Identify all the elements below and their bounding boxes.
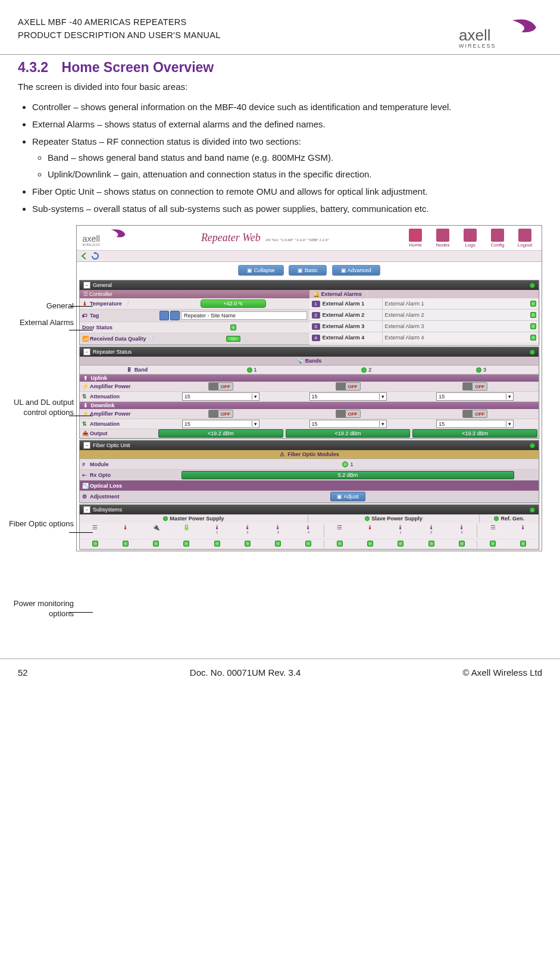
amp-switch[interactable]: OFF — [208, 410, 233, 418]
loss-icon: 📉 — [82, 483, 88, 489]
attenuation-select[interactable]: 15▾ — [182, 420, 259, 428]
attenuation-select[interactable]: 15▾ — [436, 392, 514, 401]
panel-title: Repeater Status — [93, 349, 132, 355]
tag-icon: 🏷 — [82, 313, 88, 319]
controller-icon: ☰ — [83, 291, 89, 297]
rx-icon: ⇠ — [82, 472, 88, 478]
nav-home[interactable]: Home — [402, 229, 428, 248]
sensor-icon: 🌡1 — [214, 524, 221, 531]
subsys-icon-row: ☰ 🌡 🔌 🔋 🌡1 🌡2 🌡3 🌡4 ☰ 🌡 🌡1 🌡2 🌡3 ☰ 🌡 — [80, 523, 539, 538]
refresh-icon[interactable] — [91, 252, 99, 260]
dropdown-arrow-icon: ▾ — [506, 421, 511, 427]
bullet-item: External Alarms – shows status of extern… — [32, 117, 542, 131]
callout-power: Power monitoring options — [0, 599, 74, 619]
nav-config[interactable]: Config — [484, 229, 511, 248]
lock-button[interactable] — [159, 311, 169, 320]
collapse-toggle-icon[interactable]: − — [83, 506, 90, 513]
amp-switch[interactable]: OFF — [336, 382, 361, 391]
tag-row: 🏷Tag Repeater - Site Name — [80, 310, 309, 322]
subsys-led-icon — [428, 541, 434, 547]
tag-input[interactable]: Repeater - Site Name — [181, 311, 307, 320]
subsys-led-icon — [275, 541, 281, 547]
uplink-attn-row: ⇅Attenuation 15▾ 15▾ 15▾ — [80, 392, 539, 402]
advanced-button[interactable]: ▣ Advanced — [332, 265, 380, 276]
version-text: sW Ver: "2.0.68" "2.4.0" "MBF 2.2.0" — [265, 238, 329, 242]
bands-icon: 📡 — [297, 358, 303, 364]
band-icon: 🎚 — [127, 367, 133, 373]
collapse-toggle-icon[interactable]: − — [83, 442, 90, 449]
band-led-icon — [247, 367, 252, 373]
ps-led-icon — [163, 516, 168, 521]
config-icon — [491, 229, 504, 242]
basic-button[interactable]: ▣ Basic — [289, 265, 327, 276]
external-alarm-row: 2External Alarm 2External Alarm 2 — [309, 310, 539, 321]
rxopto-value: 5.2 dBm — [182, 471, 514, 479]
collapse-toggle-icon[interactable]: − — [83, 348, 90, 355]
adjust-icon: ⚙ — [82, 494, 88, 500]
home-icon — [409, 229, 422, 242]
signal-icon: 📶 — [82, 336, 88, 342]
back-icon[interactable] — [80, 252, 89, 260]
edit-button[interactable] — [170, 311, 180, 320]
brand-logo: axell WIRELESS — [80, 227, 128, 249]
band-row: 🎚Band 1 2 3 — [80, 366, 539, 374]
band-led-icon — [476, 367, 481, 373]
help-icon[interactable]: ❔ — [124, 301, 130, 307]
attenuation-select[interactable]: 15▾ — [182, 392, 259, 401]
panel-header-repeater[interactable]: − Repeater Status — [80, 347, 539, 357]
controller-heading: ☰ Controller — [80, 290, 309, 298]
amp-switch[interactable]: OFF — [462, 410, 487, 418]
subsys-led-icon — [305, 541, 311, 547]
amp-icon: ⚡ — [82, 383, 88, 389]
panel-header-subsystems[interactable]: − Subsystems — [80, 505, 539, 514]
collapse-button[interactable]: ▣ Collapse — [238, 265, 284, 276]
help-icon[interactable]: ❔ — [148, 336, 155, 342]
svg-text:WIRELESS: WIRELESS — [83, 244, 101, 246]
collapse-toggle-icon[interactable]: − — [83, 282, 90, 289]
amp-switch[interactable]: OFF — [462, 382, 487, 391]
subsys-led-icon — [153, 541, 159, 547]
view-buttons: ▣ Collapse ▣ Basic ▣ Advanced — [77, 262, 542, 279]
sensor-icon: 🌡2 — [428, 524, 435, 531]
module-row: #Module 1 — [80, 459, 539, 470]
help-icon[interactable]: ❔ — [364, 291, 371, 297]
attenuation-select[interactable]: 15▾ — [436, 420, 514, 428]
panel-title: Subsystems — [93, 507, 122, 513]
attenuation-select[interactable]: 15▾ — [309, 392, 387, 401]
thermometer-icon: 🌡 — [367, 524, 374, 531]
bullet-list: Controller – shows general information o… — [0, 100, 560, 216]
alarm-led-icon — [530, 335, 536, 341]
adjustment-row: ⚙Adjustment ▣ Adjust — [80, 491, 539, 503]
panel-header-general[interactable]: − General — [80, 280, 539, 290]
header-line-2: PRODUCT DESCRIPTION AND USER'S MANUAL — [18, 29, 221, 42]
master-ps-col: Master Power Supply — [80, 514, 308, 523]
rdq-row: 📶Received Data Quality❔ — [80, 333, 309, 345]
subsys-led-icon — [398, 541, 403, 547]
sensor-icon: 🌡2 — [244, 524, 251, 531]
nav-logs[interactable]: Logs — [457, 229, 483, 248]
attenuation-select[interactable]: 15▾ — [309, 420, 387, 428]
amp-switch[interactable]: OFF — [336, 410, 361, 418]
callout-external-alarms: External Alarms — [20, 318, 74, 327]
logout-icon — [518, 229, 531, 242]
band-indicator: 2 — [309, 366, 424, 374]
page-title: Repeater Web sW Ver: "2.0.68" "2.4.0" "M… — [128, 232, 402, 244]
subsys-led-icon — [183, 541, 189, 547]
fiber-modules-heading: ⚠ Fiber Optic Modules — [80, 450, 539, 459]
uplink-amp-row: ⚡Amplifier Power OFF OFF OFF — [80, 382, 539, 392]
adjust-button[interactable]: ▣ Adjust — [330, 492, 365, 501]
downlink-amp-row: ⚡Amplifier Power OFF OFF OFF — [80, 409, 539, 419]
logs-icon — [464, 229, 477, 242]
optical-loss-row: 📉Optical Loss — [80, 480, 539, 491]
panel-header-fiber[interactable]: − Fiber Optic Unit — [80, 441, 539, 450]
subsys-led-icon — [123, 541, 129, 547]
nav-nodes[interactable]: Nodes — [430, 229, 456, 248]
subsys-led-row — [80, 539, 539, 549]
band-indicator: 3 — [424, 366, 539, 374]
nav-logout[interactable]: Logout — [512, 229, 538, 248]
dropdown-arrow-icon: ▾ — [379, 394, 384, 400]
status-led-icon — [530, 507, 535, 513]
amp-switch[interactable]: OFF — [208, 382, 233, 391]
dropdown-arrow-icon: ▾ — [379, 421, 384, 427]
uplink-icon: ⬆ — [83, 375, 89, 381]
